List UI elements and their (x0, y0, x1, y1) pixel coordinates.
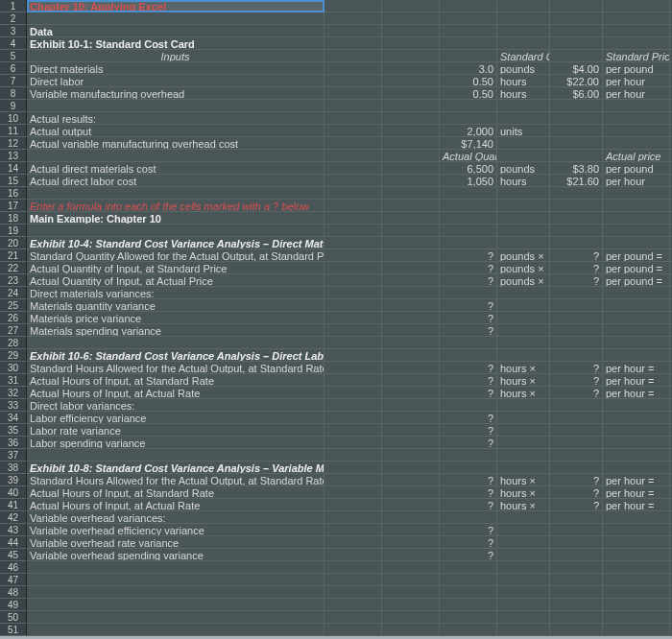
row-header[interactable]: 17 (0, 200, 27, 212)
cell-d25[interactable] (382, 299, 440, 312)
cell-g14[interactable]: $3.80 (550, 162, 603, 175)
cell-h38[interactable] (603, 462, 670, 474)
cell-e41[interactable]: ? (440, 499, 497, 511)
cell-h42[interactable] (603, 511, 670, 524)
cell-d29[interactable] (382, 349, 440, 362)
cell-h8[interactable]: per hour (603, 87, 670, 100)
cell-e18[interactable] (440, 212, 497, 225)
cell-d10[interactable] (382, 112, 440, 125)
cell-g12[interactable] (550, 137, 603, 150)
cell-g7[interactable]: $22.00 (550, 75, 603, 87)
cell-e7[interactable]: 0.50 (440, 75, 497, 87)
cell-c25[interactable] (324, 299, 382, 312)
cell-d12[interactable] (382, 137, 440, 150)
row-header[interactable]: 21 (0, 249, 27, 262)
cell-h17[interactable] (603, 200, 670, 212)
cell-h29[interactable] (603, 349, 670, 362)
cell-g45[interactable] (550, 549, 603, 561)
cell-c40[interactable] (324, 486, 382, 499)
cell-b25[interactable]: Materials quantity variance (27, 299, 324, 312)
cell-b5[interactable]: Inputs (27, 50, 324, 62)
cell-c31[interactable] (324, 374, 382, 387)
cell-e47[interactable] (440, 574, 497, 586)
cell-g15[interactable]: $21.60 (550, 175, 603, 187)
row-header[interactable]: 15 (0, 175, 27, 187)
cell-c21[interactable] (324, 249, 382, 262)
cell-c8[interactable] (324, 87, 382, 100)
cell-e40[interactable]: ? (440, 486, 497, 499)
cell-b30[interactable]: Standard Hours Allowed for the Actual Ou… (27, 362, 324, 374)
cell-h50[interactable] (603, 611, 670, 624)
cell-h51[interactable] (603, 624, 670, 636)
row-header[interactable]: 51 (0, 624, 27, 636)
cell-c47[interactable] (324, 574, 382, 586)
cell-d44[interactable] (382, 536, 440, 549)
cell-d39[interactable] (382, 474, 440, 486)
cell-g28[interactable] (550, 337, 603, 349)
cell-c1[interactable] (324, 0, 382, 12)
cell-b2[interactable] (27, 12, 324, 25)
cell-f1[interactable] (497, 0, 550, 12)
cell-g16[interactable] (550, 187, 603, 200)
cell-b19[interactable] (27, 225, 324, 237)
cell-h34[interactable] (603, 412, 670, 424)
cell-d34[interactable] (382, 412, 440, 424)
cell-e5[interactable] (440, 50, 497, 62)
cell-e43[interactable]: ? (440, 524, 497, 536)
cell-c30[interactable] (324, 362, 382, 374)
row-header[interactable]: 27 (0, 324, 27, 337)
cell-f40[interactable]: hours × (497, 486, 550, 499)
cell-e19[interactable] (440, 225, 497, 237)
cell-g13[interactable] (550, 150, 603, 162)
cell-f20[interactable] (497, 237, 550, 249)
row-header[interactable]: 1 (0, 0, 27, 12)
cell-e20[interactable] (440, 237, 497, 249)
cell-g20[interactable] (550, 237, 603, 249)
cell-g21[interactable]: ? (550, 249, 603, 262)
cell-d47[interactable] (382, 574, 440, 586)
cell-h2[interactable] (603, 12, 670, 25)
row-header[interactable]: 18 (0, 212, 27, 225)
cell-c29[interactable] (324, 349, 382, 362)
cell-e39[interactable]: ? (440, 474, 497, 486)
cell-f47[interactable] (497, 574, 550, 586)
cell-e12[interactable]: $7,140 (440, 137, 497, 150)
cell-g37[interactable] (550, 449, 603, 462)
cell-b46[interactable] (27, 561, 324, 574)
cell-h39[interactable]: per hour = (603, 474, 670, 486)
row-header[interactable]: 46 (0, 561, 27, 574)
cell-b50[interactable] (27, 611, 324, 624)
cell-b37[interactable] (27, 449, 324, 462)
cell-c9[interactable] (324, 100, 382, 112)
cell-g27[interactable] (550, 324, 603, 337)
cell-e27[interactable]: ? (440, 324, 497, 337)
cell-b40[interactable]: Actual Hours of Input, at Standard Rate (27, 486, 324, 499)
cell-g49[interactable] (550, 599, 603, 611)
cell-f13[interactable] (497, 150, 550, 162)
row-header[interactable]: 22 (0, 262, 27, 274)
cell-b42[interactable]: Variable overhead variances: (27, 511, 324, 524)
cell-d35[interactable] (382, 424, 440, 437)
cell-g19[interactable] (550, 225, 603, 237)
cell-g36[interactable] (550, 437, 603, 449)
cell-e11[interactable]: 2,000 (440, 125, 497, 137)
cell-d11[interactable] (382, 125, 440, 137)
cell-c24[interactable] (324, 287, 382, 299)
cell-d48[interactable] (382, 586, 440, 599)
cell-e35[interactable]: ? (440, 424, 497, 437)
cell-c46[interactable] (324, 561, 382, 574)
cell-d27[interactable] (382, 324, 440, 337)
cell-g43[interactable] (550, 524, 603, 536)
cell-e42[interactable] (440, 511, 497, 524)
cell-c37[interactable] (324, 449, 382, 462)
cell-d45[interactable] (382, 549, 440, 561)
cell-b26[interactable]: Materials price variance (27, 312, 324, 324)
cell-d50[interactable] (382, 611, 440, 624)
cell-g44[interactable] (550, 536, 603, 549)
cell-c33[interactable] (324, 399, 382, 412)
cell-d22[interactable] (382, 262, 440, 274)
cell-d18[interactable] (382, 212, 440, 225)
cell-b36[interactable]: Labor spending variance (27, 437, 324, 449)
row-header[interactable]: 50 (0, 611, 27, 624)
cell-e34[interactable]: ? (440, 412, 497, 424)
